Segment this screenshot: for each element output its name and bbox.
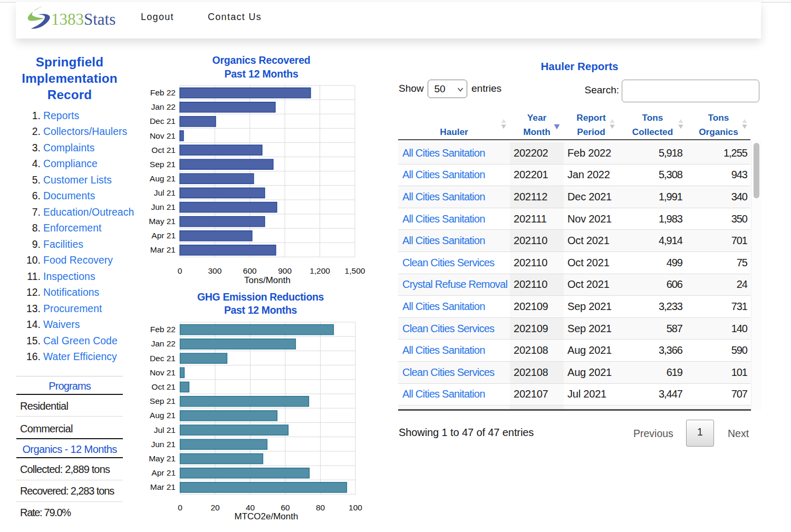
svg-text:Jan 22: Jan 22 — [151, 339, 176, 348]
svg-text:Nov 21: Nov 21 — [150, 131, 176, 140]
svg-text:MTCO2e/Month: MTCO2e/Month — [235, 511, 298, 521]
svg-text:40: 40 — [246, 503, 255, 512]
svg-text:Mar 21: Mar 21 — [150, 482, 176, 491]
svg-text:May 21: May 21 — [149, 454, 176, 463]
svg-text:1,200: 1,200 — [310, 266, 330, 275]
svg-text:0: 0 — [178, 503, 182, 512]
svg-text:Jun 21: Jun 21 — [151, 440, 176, 449]
svg-text:Jan 22: Jan 22 — [151, 102, 176, 111]
svg-text:Aug 21: Aug 21 — [150, 411, 176, 420]
svg-text:Oct 21: Oct 21 — [151, 382, 176, 391]
svg-text:Feb 22: Feb 22 — [150, 325, 176, 334]
svg-text:Dec 21: Dec 21 — [150, 117, 176, 125]
svg-text:Nov 21: Nov 21 — [150, 368, 176, 377]
svg-text:Apr 21: Apr 21 — [151, 231, 176, 240]
svg-text:Oct 21: Oct 21 — [151, 146, 176, 154]
svg-text:Jun 21: Jun 21 — [151, 202, 176, 211]
svg-text:Jul 21: Jul 21 — [154, 425, 176, 434]
svg-text:May 21: May 21 — [149, 217, 176, 226]
svg-text:100: 100 — [349, 503, 362, 512]
svg-text:Tons/Month: Tons/Month — [244, 275, 291, 285]
svg-text:Sep 21: Sep 21 — [150, 396, 176, 405]
svg-text:Sep 21: Sep 21 — [150, 160, 176, 169]
svg-text:900: 900 — [278, 266, 292, 275]
svg-text:Aug 21: Aug 21 — [150, 174, 176, 183]
svg-text:600: 600 — [243, 266, 257, 275]
svg-text:60: 60 — [281, 503, 290, 512]
svg-text:0: 0 — [178, 266, 182, 275]
svg-text:20: 20 — [210, 503, 220, 512]
svg-text:Mar 21: Mar 21 — [150, 245, 176, 254]
svg-text:Feb 22: Feb 22 — [150, 88, 176, 97]
svg-text:80: 80 — [316, 503, 325, 512]
svg-text:Jul 21: Jul 21 — [154, 188, 176, 197]
svg-text:Dec 21: Dec 21 — [150, 354, 176, 363]
svg-text:Apr 21: Apr 21 — [151, 468, 176, 477]
svg-text:1,500: 1,500 — [345, 266, 365, 275]
svg-text:300: 300 — [208, 266, 221, 275]
